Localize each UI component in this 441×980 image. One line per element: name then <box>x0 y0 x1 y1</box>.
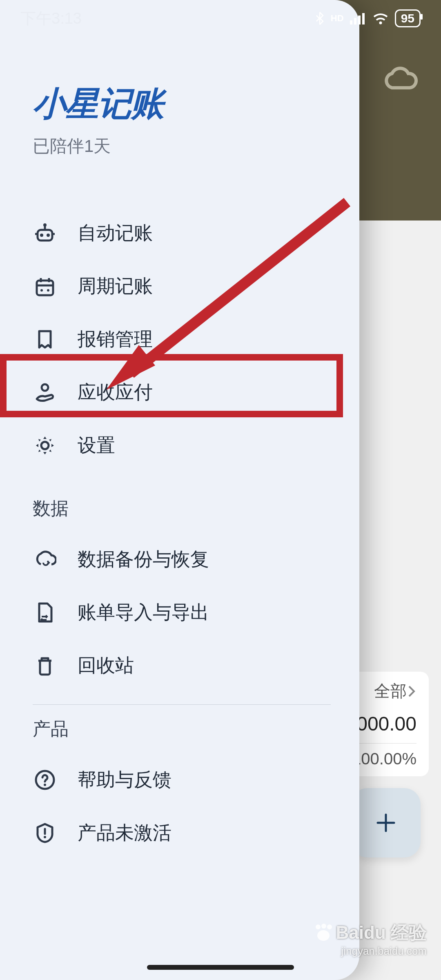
menu-backup-restore[interactable]: 数据备份与恢复 <box>33 533 331 586</box>
calendar-icon <box>33 275 57 298</box>
svg-rect-7 <box>37 281 53 295</box>
svg-rect-0 <box>38 230 52 241</box>
app-title: 小星记账 <box>33 82 331 127</box>
menu-recycle-bin[interactable]: 回收站 <box>33 639 331 692</box>
svg-point-23 <box>379 22 382 24</box>
filter-all[interactable]: 全部 <box>374 680 407 702</box>
svg-rect-19 <box>350 20 352 24</box>
receipt-icon <box>33 328 57 351</box>
svg-rect-22 <box>362 13 365 24</box>
wifi-icon <box>372 12 389 25</box>
signal-icon <box>350 12 366 24</box>
svg-point-16 <box>44 784 46 786</box>
hd-icon: HD <box>331 13 344 24</box>
help-icon <box>33 768 57 791</box>
menu-product-not-activated[interactable]: 产品未激活 <box>33 806 331 860</box>
section-data: 数据 <box>33 497 331 521</box>
svg-point-14 <box>41 442 49 449</box>
section-product: 产品 <box>33 717 331 741</box>
gear-icon <box>33 434 57 457</box>
plus-icon <box>376 813 396 833</box>
menu-reimbursement[interactable]: 报销管理 <box>33 313 331 366</box>
cloud-icon[interactable] <box>382 65 419 96</box>
bluetooth-icon <box>315 11 325 25</box>
menu-auto-record[interactable]: 自动记账 <box>33 207 331 260</box>
status-time: 下午3:13 <box>20 8 82 29</box>
shield-alert-icon <box>33 822 57 844</box>
menu-import-export[interactable]: 账单导入与导出 <box>33 586 331 639</box>
svg-rect-20 <box>354 18 356 24</box>
menu-label: 应收应付 <box>78 380 153 405</box>
hand-coin-icon <box>33 381 57 404</box>
menu-receivable-payable[interactable]: 应收应付 <box>33 366 331 419</box>
chevron-right-icon <box>407 683 416 699</box>
menu-label: 报销管理 <box>78 327 153 352</box>
home-indicator[interactable] <box>147 965 294 970</box>
app-subtitle: 已陪伴1天 <box>33 135 331 158</box>
svg-point-4 <box>43 223 47 227</box>
menu-label: 帮助与反馈 <box>78 767 172 793</box>
svg-point-2 <box>47 234 50 237</box>
paw-icon <box>314 924 333 942</box>
menu-label: 设置 <box>78 433 115 458</box>
menu-label: 回收站 <box>78 653 134 678</box>
watermark: Baidu 经验 jingyan.baidu.com <box>314 921 427 958</box>
menu-settings[interactable]: 设置 <box>33 419 331 472</box>
divider <box>33 704 331 705</box>
file-transfer-icon <box>33 601 57 624</box>
menu-help-feedback[interactable]: 帮助与反馈 <box>33 753 331 806</box>
svg-point-12 <box>47 289 49 292</box>
side-drawer: 小星记账 已陪伴1天 自动记账 周期记账 报销管理 <box>0 0 359 980</box>
svg-point-18 <box>44 836 46 838</box>
trash-icon <box>33 654 57 677</box>
svg-point-13 <box>42 384 48 391</box>
svg-rect-21 <box>358 16 361 24</box>
robot-icon <box>33 222 57 245</box>
cloud-sync-icon <box>33 548 57 571</box>
menu-label: 周期记账 <box>78 274 153 299</box>
status-bar: 下午3:13 HD 95 <box>0 0 441 37</box>
menu-label: 产品未激活 <box>78 820 172 846</box>
menu-label: 自动记账 <box>78 220 153 246</box>
menu-label: 数据备份与恢复 <box>78 547 209 572</box>
svg-point-11 <box>40 289 43 292</box>
battery-indicator: 95 <box>395 9 421 27</box>
menu-periodic-record[interactable]: 周期记账 <box>33 260 331 313</box>
menu-label: 账单导入与导出 <box>78 600 209 625</box>
add-button[interactable] <box>351 788 421 858</box>
svg-point-1 <box>40 234 43 237</box>
